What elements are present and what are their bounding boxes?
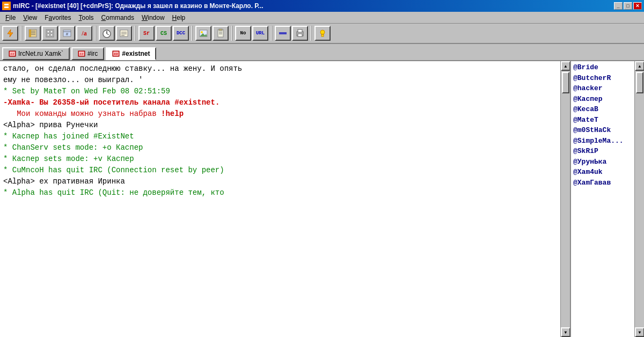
scroll-thumb[interactable] bbox=[562, 72, 569, 93]
users-panel: @Bride @ButcherR @hacker @Каспер @KecaB … bbox=[570, 61, 634, 337]
user-hacker[interactable]: @hacker bbox=[573, 83, 632, 94]
toolbar-print-btn[interactable] bbox=[292, 26, 308, 41]
svg-rect-5 bbox=[29, 30, 31, 37]
chat-line: * Каспер has joined #ExistNet bbox=[3, 131, 557, 142]
svg-rect-12 bbox=[47, 34, 49, 36]
window-controls: _ □ ✕ bbox=[614, 2, 642, 10]
menu-favorites[interactable]: Favorites bbox=[41, 13, 74, 23]
svg-text:##: ## bbox=[114, 52, 118, 56]
svg-point-36 bbox=[320, 30, 325, 34]
svg-text:#: # bbox=[66, 32, 69, 36]
svg-rect-35 bbox=[298, 34, 302, 36]
menu-view[interactable]: View bbox=[20, 13, 40, 23]
user-butcherr[interactable]: @ButcherR bbox=[573, 73, 632, 84]
toolbar-sep-4 bbox=[192, 26, 193, 41]
svg-point-26 bbox=[201, 31, 203, 33]
svg-text:##: ## bbox=[10, 52, 14, 56]
chat-line: <Alpha> ех прaтивная Иринка bbox=[3, 176, 557, 187]
tab-ircnet[interactable]: ## IrcNet.ru Xamk` bbox=[2, 47, 70, 60]
svg-marker-3 bbox=[8, 30, 13, 37]
chat-scrollbar[interactable]: ▲ ▼ bbox=[560, 61, 570, 337]
menu-window[interactable]: Window bbox=[138, 13, 168, 23]
toolbar-url-btn[interactable]: URL bbox=[252, 26, 268, 41]
tab-existnet-label: #existnet bbox=[122, 50, 150, 57]
toolbar-scripteditor-btn[interactable]: /a bbox=[76, 26, 92, 41]
user-kasper[interactable]: @Каспер bbox=[573, 94, 632, 105]
main-area: стало, он сделал последнюю ставку... на … bbox=[0, 61, 644, 337]
user-xam4uk[interactable]: @Xam4uk bbox=[573, 167, 632, 178]
title-text: mIRC - [#existnet [40] [+cdnPrS]: Однажд… bbox=[13, 2, 264, 10]
users-scroll-down-btn[interactable]: ▼ bbox=[635, 327, 644, 337]
toolbar-options-btn[interactable] bbox=[42, 26, 58, 41]
tab-existnet[interactable]: ## #existnet bbox=[106, 47, 156, 60]
tab-bar: ## IrcNet.ru Xamk` ## #irc ## #existnet bbox=[0, 44, 644, 61]
users-scrollbar[interactable]: ▲ ▼ bbox=[634, 61, 644, 337]
svg-rect-37 bbox=[321, 34, 324, 36]
toolbar-sep-3 bbox=[135, 26, 136, 41]
menu-bar: File View Favorites Tools Commands Windo… bbox=[0, 12, 644, 24]
tab-irc-label: #irc bbox=[87, 50, 98, 57]
user-kecab[interactable]: @KecaB bbox=[573, 104, 632, 115]
chat-line: * CuMncoH has quit IRC (Connection reset… bbox=[3, 165, 557, 176]
user-xamgav[interactable]: @XamГавав bbox=[573, 178, 632, 188]
toolbar-image-btn[interactable] bbox=[195, 26, 211, 41]
user-simplema[interactable]: @SimpleMa... bbox=[573, 136, 632, 146]
menu-tools[interactable]: Tools bbox=[76, 13, 97, 23]
toolbar-timer-btn[interactable] bbox=[99, 26, 115, 41]
close-button[interactable]: ✕ bbox=[633, 2, 642, 10]
user-matet[interactable]: @MateT bbox=[573, 115, 632, 126]
toolbar-sr-btn[interactable]: Sr bbox=[138, 26, 155, 41]
toolbar-connect-btn[interactable] bbox=[2, 26, 18, 41]
tab-ircnet-label: IrcNet.ru Xamk` bbox=[18, 50, 63, 57]
svg-rect-0 bbox=[3, 3, 10, 9]
svg-rect-2 bbox=[4, 6, 9, 8]
svg-text:##: ## bbox=[79, 52, 84, 56]
toolbar-sep-5 bbox=[231, 26, 232, 41]
svg-rect-20 bbox=[106, 30, 108, 31]
chat-line: стало, он сделал последнюю ставку... на … bbox=[3, 63, 557, 75]
tab-irc[interactable]: ## #irc bbox=[71, 47, 104, 60]
users-scroll-thumb[interactable] bbox=[636, 72, 643, 93]
scroll-down-btn[interactable]: ▼ bbox=[561, 327, 570, 337]
toolbar-addressbook-btn[interactable] bbox=[25, 26, 41, 41]
toolbar-sep-2 bbox=[95, 26, 96, 41]
toolbar-sep-1 bbox=[21, 26, 22, 41]
chat-content[interactable]: стало, он сделал последнюю ставку... на … bbox=[0, 61, 560, 337]
user-skrip[interactable]: @SkRiP bbox=[573, 146, 632, 157]
toolbar-channellist-btn[interactable]: # bbox=[59, 26, 75, 41]
user-mosthack[interactable]: @m0StHaCk bbox=[573, 125, 632, 136]
chat-line: -Xamka- Вы 26358-ый посетитель канала #e… bbox=[3, 97, 557, 108]
user-bride[interactable]: @Bride bbox=[573, 62, 632, 73]
toolbar-help-btn[interactable] bbox=[314, 26, 331, 41]
minimize-button[interactable]: _ bbox=[614, 2, 623, 10]
scroll-track bbox=[561, 71, 570, 327]
svg-rect-32 bbox=[279, 32, 287, 34]
title-bar: mIRC - [#existnet [40] [+cdnPrS]: Однажд… bbox=[0, 0, 644, 12]
toolbar-perform-btn[interactable] bbox=[116, 26, 132, 41]
toolbar: # /a Sr CS DCC bbox=[0, 24, 644, 44]
chat-line: * ChanServ sets mode: +o Каспер bbox=[3, 142, 557, 153]
maximize-button[interactable]: □ bbox=[624, 2, 632, 10]
toolbar-sep-7 bbox=[311, 26, 312, 41]
chat-line: Мои команды можно узнать набрав !help bbox=[3, 108, 557, 120]
menu-commands[interactable]: Commands bbox=[98, 13, 137, 23]
user-urunka[interactable]: @УрунЬка bbox=[573, 157, 632, 167]
toolbar-cs-btn[interactable]: CS bbox=[156, 26, 172, 41]
scroll-up-btn[interactable]: ▲ bbox=[561, 61, 570, 71]
app-icon bbox=[2, 2, 11, 10]
users-scroll-up-btn[interactable]: ▲ bbox=[635, 61, 644, 71]
toolbar-clipboard-btn[interactable] bbox=[213, 26, 229, 41]
toolbar-dcc-btn[interactable]: DCC bbox=[173, 26, 189, 41]
svg-rect-1 bbox=[4, 4, 9, 5]
users-list: @Bride @ButcherR @hacker @Каспер @KecaB … bbox=[571, 61, 634, 337]
menu-file[interactable]: File bbox=[2, 13, 19, 23]
chat-line: ему не повезло... он выиграл. ' bbox=[3, 75, 557, 86]
svg-rect-13 bbox=[50, 34, 53, 36]
toolbar-no-btn[interactable]: No bbox=[235, 26, 251, 41]
chat-line: * Alpha has quit IRC (Quit: не доверяйте… bbox=[3, 187, 557, 199]
menu-help[interactable]: Help bbox=[169, 13, 189, 23]
chat-line: <Alpha> прива Рунечки bbox=[3, 120, 557, 131]
toolbar-sep-6 bbox=[271, 26, 272, 41]
chat-area: стало, он сделал последнюю ставку... на … bbox=[0, 61, 560, 337]
toolbar-lines-btn[interactable] bbox=[275, 26, 291, 41]
